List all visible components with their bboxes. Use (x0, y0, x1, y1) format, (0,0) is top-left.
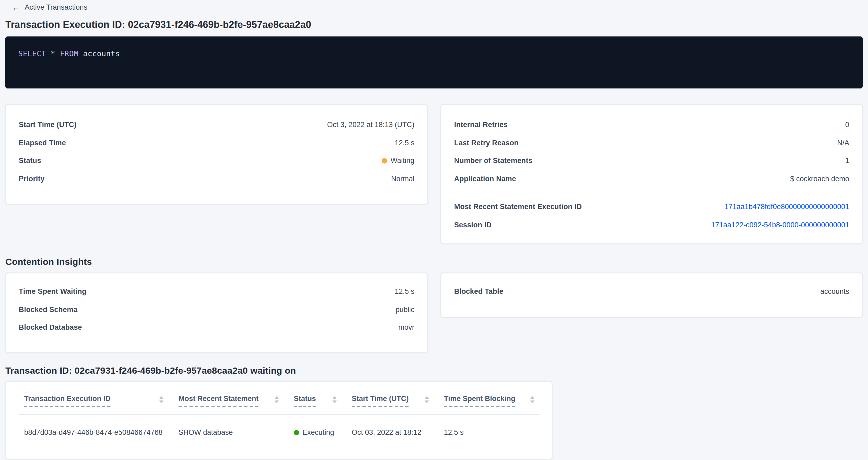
details-card: Internal Retries 0 Last Retry Reason N/A… (441, 104, 863, 244)
sql-star: * (51, 49, 55, 58)
kv-label: Session ID (454, 221, 492, 229)
column-header-label: Status (294, 395, 316, 407)
kv-value: Normal (391, 175, 414, 183)
session-id-link[interactable]: 171aa122-c092-54b8-0000-000000000001 (711, 221, 849, 229)
waiting-transactions-table: Transaction Execution ID Most Recent Sta… (19, 390, 540, 449)
contention-left-card: Time Spent Waiting 12.5 s Blocked Schema… (5, 273, 428, 353)
sql-statement: SELECT * FROM accounts (18, 49, 120, 58)
kv-label: Status (19, 157, 41, 165)
kv-row-blocked-table: Blocked Table accounts (454, 282, 849, 301)
kv-value: 12.5 s (395, 288, 414, 296)
column-header-label: Time Spent Blocking (444, 395, 516, 407)
kv-label: Blocked Database (19, 324, 82, 332)
sort-icon[interactable] (275, 396, 279, 403)
kv-label: Time Spent Waiting (19, 288, 87, 296)
kv-value: accounts (820, 288, 849, 296)
kv-row-last-retry-reason: Last Retry Reason N/A (454, 134, 849, 152)
kv-label: Blocked Schema (19, 306, 78, 314)
sql-table-name: accounts (83, 49, 120, 58)
waiting-transactions-table-card: Transaction Execution ID Most Recent Sta… (5, 381, 552, 459)
cell-most-recent-statement: SHOW database (179, 415, 294, 449)
kv-label: Most Recent Statement Execution ID (454, 203, 582, 211)
cell-status: Executing (294, 415, 352, 449)
sql-keyword: SELECT (18, 49, 46, 58)
transaction-details-page: ← Active Transactions Transaction Execut… (0, 0, 868, 460)
kv-row-internal-retries: Internal Retries 0 (454, 116, 849, 134)
column-header-status[interactable]: Status (294, 390, 352, 415)
kv-label: Internal Retries (454, 121, 508, 129)
kv-label: Priority (19, 175, 44, 183)
column-header-time-spent-blocking[interactable]: Time Spent Blocking (444, 390, 540, 415)
kv-label: Start Time (UTC) (19, 121, 77, 129)
contention-insights-heading: Contention Insights (5, 257, 863, 268)
kv-label: Elapsed Time (19, 139, 66, 147)
card-divider (454, 191, 849, 191)
kv-label: Application Name (454, 175, 516, 183)
overview-card: Start Time (UTC) Oct 3, 2022 at 18:13 (U… (5, 104, 428, 204)
kv-label: Number of Statements (454, 157, 532, 165)
statement-execution-id-link[interactable]: 171aa1b478fdf0e80000000000000001 (724, 203, 849, 211)
kv-row-elapsed-time: Elapsed Time 12.5 s (19, 134, 414, 152)
status-text: Executing (302, 428, 334, 436)
status-text: Waiting (391, 157, 414, 165)
kv-label: Last Retry Reason (454, 139, 519, 147)
kv-value: 0 (845, 121, 849, 129)
table-header-row: Transaction Execution ID Most Recent Sta… (19, 390, 540, 415)
sort-icon[interactable] (530, 396, 534, 403)
column-header-label: Start Time (UTC) (352, 395, 409, 407)
kv-row-session-id: Session ID 171aa122-c092-54b8-0000-00000… (454, 216, 849, 234)
column-header-label: Transaction Execution ID (24, 395, 111, 407)
cell-time-spent-blocking: 12.5 s (444, 415, 540, 449)
kv-label: Blocked Table (454, 288, 503, 296)
cell-start-time: Oct 03, 2022 at 18:12 (352, 415, 444, 449)
cell-transaction-execution-id: b8d7d03a-d497-446b-8474-e50846674768 (19, 415, 179, 449)
back-arrow-icon: ← (12, 3, 20, 11)
kv-value: $ cockroach demo (790, 175, 849, 183)
kv-row-blocked-database: Blocked Database movr (19, 318, 414, 336)
sql-statement-box: SELECT * FROM accounts (5, 36, 863, 88)
kv-row-priority: Priority Normal (19, 170, 414, 188)
kv-row-time-spent-waiting: Time Spent Waiting 12.5 s (19, 282, 414, 301)
back-link[interactable]: ← Active Transactions (0, 0, 87, 11)
kv-row-blocked-schema: Blocked Schema public (19, 301, 414, 318)
sql-keyword: FROM (60, 49, 78, 58)
kv-row-application-name: Application Name $ cockroach demo (454, 170, 849, 188)
kv-value: movr (398, 324, 414, 332)
waiting-status-dot-icon (382, 158, 388, 164)
table-row: b8d7d03a-d497-446b-8474-e50846674768 SHO… (19, 415, 540, 449)
column-header-label: Most Recent Statement (179, 395, 259, 407)
kv-row-start-time: Start Time (UTC) Oct 3, 2022 at 18:13 (U… (19, 116, 414, 134)
sort-icon[interactable] (425, 396, 429, 403)
kv-value: 1 (845, 157, 849, 165)
sort-icon[interactable] (332, 396, 337, 403)
waiting-on-heading: Transaction ID: 02ca7931-f246-469b-b2fe-… (5, 366, 863, 376)
column-header-most-recent-statement[interactable]: Most Recent Statement (179, 390, 294, 415)
kv-value: 12.5 s (395, 139, 414, 147)
kv-row-number-of-statements: Number of Statements 1 (454, 152, 849, 170)
column-header-transaction-execution-id[interactable]: Transaction Execution ID (19, 390, 179, 415)
back-link-label: Active Transactions (25, 3, 87, 11)
column-header-start-time[interactable]: Start Time (UTC) (352, 390, 444, 415)
contention-right-card: Blocked Table accounts (441, 273, 863, 317)
kv-value: public (395, 306, 414, 314)
status-value: Waiting (382, 157, 414, 165)
kv-value: N/A (837, 139, 849, 147)
kv-value: Oct 3, 2022 at 18:13 (UTC) (327, 121, 414, 129)
kv-row-statement-execution-id: Most Recent Statement Execution ID 171aa… (454, 198, 849, 216)
kv-row-status: Status Waiting (19, 152, 414, 170)
page-title: Transaction Execution ID: 02ca7931-f246-… (5, 19, 863, 31)
sort-icon[interactable] (159, 396, 163, 403)
executing-status-dot-icon (294, 430, 299, 435)
